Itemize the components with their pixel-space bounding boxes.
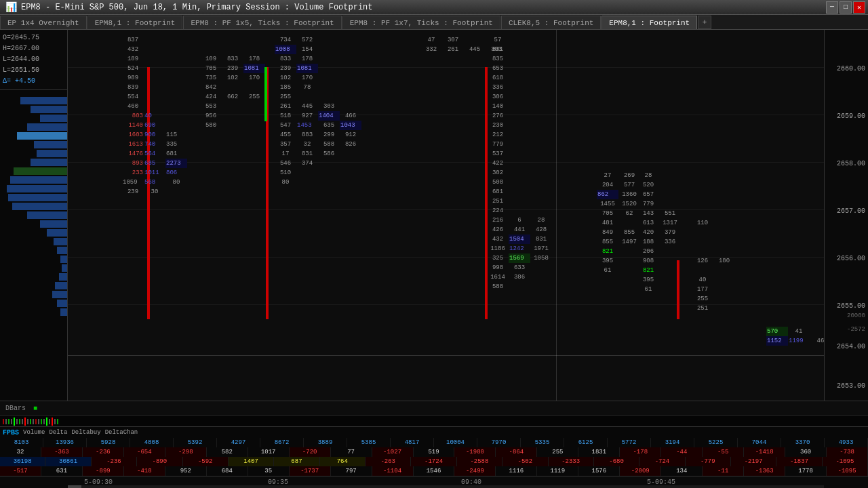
open-label: O=2645.75: [3, 33, 39, 43]
fpbs-r4-c7: 35: [248, 466, 290, 476]
close-label: L=2651.50: [3, 65, 39, 76]
fpbs-r4-c10: -1104: [372, 466, 414, 476]
fpbs-r3-c1: 30198: [0, 457, 45, 466]
fpbs-r1-c3: 5928: [87, 438, 130, 447]
chart-wrapper: O=2645.75 H=2667.00 L=2644.00 L=2651.50 …: [0, 30, 868, 401]
volume-profile: [0, 90, 67, 401]
fpbs-r1-c16: 3194: [651, 438, 694, 447]
fpbs-r3-c19: -1095: [823, 457, 868, 466]
mini-tick-4: [11, 419, 12, 424]
close-button[interactable]: ✕: [853, 1, 865, 14]
vol-bar-23: [52, 291, 67, 298]
window-controls: ─ □ ✕: [826, 1, 865, 14]
scrollbar-thumb[interactable]: [68, 485, 81, 488]
fp-col-2: 734572 1008154 833178 2391081 102170 185…: [275, 35, 361, 346]
fpbs-r4-c9: 797: [331, 466, 372, 476]
fpbs-r2-c13: -864: [496, 447, 537, 457]
fpbs-r2-c7: 1017: [248, 447, 290, 457]
fpbs-r2-c15: 1831: [578, 447, 620, 457]
vol-bar-10: [10, 176, 67, 184]
tab-add-button[interactable]: +: [698, 16, 711, 29]
left-panel: O=2645.75 H=2667.00 L=2644.00 L=2651.50 …: [0, 30, 68, 401]
fp-col-4: 57 831 835 653 618 336 306 140 276 230 2…: [487, 35, 552, 346]
fpbs-r2-c16: -178: [620, 447, 661, 457]
tab-bar: EP 1x4 Overnight EPM8,1 : Footprint EPM8…: [0, 15, 868, 30]
fpbs-r3-c3: -236: [92, 457, 137, 466]
fpbs-r2-c5: -298: [165, 447, 207, 457]
fpbs-r1-c18: 7044: [738, 438, 781, 447]
fpbs-r2-c4: -654: [124, 447, 165, 457]
tab-epm8-1[interactable]: EPM8,1 : Footprint: [87, 16, 183, 29]
fpbs-r1-c4: 4808: [130, 438, 174, 447]
app-icon: 📊: [5, 1, 17, 13]
fpbs-r1-c19: 3370: [781, 438, 825, 447]
fpbs-label: FPBS: [3, 429, 19, 436]
mini-chart-row: [0, 415, 868, 426]
tab-pf1x5[interactable]: EPM8 : PF 1x5, Ticks : Footprint: [183, 16, 341, 29]
chart-main[interactable]: 837 432 189 524 989 839 554 460 80340 11…: [68, 30, 824, 401]
dbars-label: DBars: [5, 405, 26, 412]
fpbs-r4-c2: 631: [41, 466, 83, 476]
vol-bar-17: [54, 238, 67, 245]
fpbs-r3-c7: 687: [274, 457, 319, 466]
mini-tick-13: [35, 419, 37, 424]
mini-tick-20: [54, 419, 56, 424]
fpbs-r1-c13: 5335: [521, 438, 564, 447]
vol-bar-21: [59, 273, 67, 281]
scrollbar-track[interactable]: [68, 485, 824, 488]
tab-epm8-active[interactable]: EPM8,1 : Footprint: [601, 16, 697, 29]
vol-bar-16: [47, 229, 67, 237]
price-2655: 2655.00: [837, 302, 865, 310]
vert-bar-4: [485, 67, 488, 319]
crosshair-vertical: [556, 30, 557, 401]
fpbs-area: FPBS Volume Delta Deltabuy DeltaChan 810…: [0, 426, 868, 476]
fpbs-row-1: 8103 13936 5928 4808 5392 4297 8672 3889…: [0, 438, 868, 447]
vert-bar-3-green: [264, 67, 267, 121]
fpbs-r2-c10: -1027: [372, 447, 414, 457]
fpbs-r3-c12: -502: [502, 457, 548, 466]
price-2653: 2653.00: [837, 382, 865, 390]
mini-tick-17: [46, 418, 47, 426]
fpbs-r2-c8: -720: [290, 447, 331, 457]
vol-bar-25: [60, 308, 67, 316]
mini-tick-16: [43, 419, 45, 424]
fpbs-r1-c17: 5225: [694, 438, 738, 447]
price-scale: 2660.00 2659.00 2658.00 2657.00 2656.00 …: [824, 30, 868, 401]
fpbs-r4-c3: -899: [83, 466, 124, 476]
tab-clek8[interactable]: CLEK8,5 : Footprint: [501, 16, 601, 29]
mini-tick-6: [16, 419, 18, 424]
fpbs-r2-c2: -363: [41, 447, 83, 457]
vol-bar-5: [17, 132, 67, 140]
high-label: H=2667.00: [3, 43, 39, 54]
tab-overnight[interactable]: EP 1x4 Overnight: [0, 16, 87, 29]
tab-pf1x7[interactable]: EPM8 : PF 1x7, Ticks : Footprint: [342, 16, 500, 29]
delta-price: Δ= +4.50: [3, 76, 64, 87]
vol-scale-neg: -2572: [847, 326, 865, 333]
maximize-button[interactable]: □: [840, 1, 852, 14]
minimize-button[interactable]: ─: [826, 1, 838, 14]
fpbs-row-2: 32 -363 -236 -654 -298 582 1017 -720 77 …: [0, 447, 868, 457]
vol-bar-18: [57, 247, 67, 254]
fpbs-r1-c10: 4817: [391, 438, 434, 447]
vol-bar-14: [27, 211, 67, 219]
vol-bar-3: [40, 115, 67, 122]
fpbs-r4-c14: 1119: [537, 466, 578, 476]
price-info: O=2645.75 H=2667.00 L=2644.00 L=2651.50 …: [0, 30, 67, 90]
price-2657: 2657.00: [837, 207, 865, 215]
high-price: H=2667.00: [3, 43, 64, 54]
main-wrapper: O=2645.75 H=2667.00 L=2644.00 L=2651.50 …: [0, 30, 868, 488]
low-label: L=2644.00: [3, 54, 39, 65]
fpbs-r3-c2: 30861: [45, 457, 91, 466]
fpbs-side-labels: Volume: [23, 429, 45, 436]
vol-scale-20000: 20000: [847, 312, 865, 319]
price-2659: 2659.00: [837, 113, 865, 120]
fp-col-1: 837 432 189 524 989 839 554 460 80340 11…: [122, 35, 187, 346]
fpbs-r2-c12: -1980: [454, 447, 496, 457]
mini-tick-7: [19, 419, 20, 424]
vol-bar-22: [55, 282, 67, 289]
fpbs-r1-c11: 10004: [434, 438, 477, 447]
dbars-row: DBars ■: [0, 401, 868, 415]
fpbs-r4-c12: -2499: [454, 466, 496, 476]
mini-tick-21: [57, 419, 58, 424]
fpbs-r4-c15: 1576: [578, 466, 620, 476]
